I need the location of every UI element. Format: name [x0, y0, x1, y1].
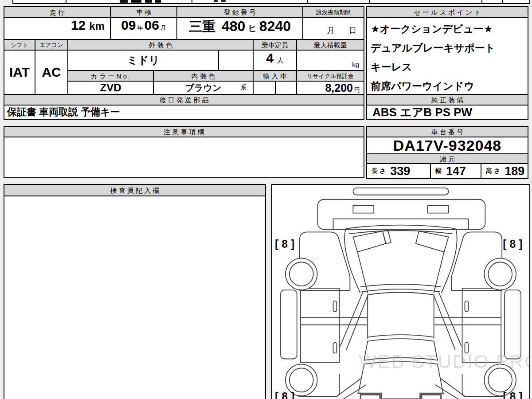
transfer-day-label: 日: [349, 25, 356, 35]
recycle-deposit-unit: 円: [354, 86, 360, 94]
notes-body: [4, 137, 364, 178]
inspector-header: 検 査 員 記 入 欄: [4, 184, 266, 196]
color-no-header-label: カ ラ ー N o .: [91, 73, 131, 79]
corner-mark-bottom-right: [ 8 ]: [503, 390, 522, 399]
wheel-rear-left-inner: [289, 368, 313, 392]
sales-point-line: デュアルブレーキサポート: [371, 39, 495, 58]
chassis-number-header-label: 車 台 番 号: [431, 129, 464, 135]
inspection-value-cell: 09 年 06 月: [110, 17, 177, 40]
height-label: 高 さ: [486, 167, 500, 175]
wheel-front-left-inner: [289, 262, 313, 286]
clipped-text-fragment: [145, 0, 152, 3]
mileage-header: 走 行: [4, 6, 111, 18]
sales-point-body: ★オークションデビュー★ デュアルブレーキサポート キーレス 前席パワーウインド…: [366, 17, 528, 95]
later-parts-header: 後 日 発 送 部 品: [4, 94, 364, 106]
capacity-header: 乗車定員: [253, 39, 297, 51]
width-cell: 幅 147: [430, 163, 481, 179]
rear-bumper-block-left: [360, 395, 380, 399]
windshield-pane-right: [416, 231, 449, 252]
windshield-top-edge: [346, 225, 455, 229]
clipped-text-fragment: [214, 0, 218, 2]
sales-point-line: ★オークションデビュー★: [371, 20, 493, 39]
width-label: 幅: [435, 167, 442, 175]
color-no-header: カ ラ ー N o .: [67, 70, 154, 82]
inspection-month-label: 月: [160, 24, 166, 32]
exterior-color-header: 外 装 色: [67, 39, 254, 51]
headlight-right: [428, 206, 449, 213]
genuine-equipment-value-cell: ABS エアB PS PW: [366, 105, 528, 120]
shift-header-label: シフト: [11, 42, 28, 48]
clipped-cell: [66, 0, 192, 4]
windshield-pane-left: [353, 231, 386, 252]
door-handle-left-upper: [333, 301, 337, 312]
sales-point-header: セ ー ル ス ポ イ ン ト: [366, 6, 528, 18]
clipped-text-fragment: [131, 0, 141, 3]
dimensions-header-label: 諸 元: [440, 156, 455, 162]
clipped-cell: [12, 0, 66, 4]
import-empty-cell-2: [275, 81, 297, 95]
transfer-deadline-label: 譲渡書類期限: [316, 9, 351, 15]
windshield-inner-edge: [349, 231, 452, 234]
corner-mark-bottom-left: [ 8 ]: [275, 390, 294, 399]
shift-value: IAT: [9, 65, 30, 80]
transfer-deadline-header: 譲渡書類期限: [302, 6, 364, 18]
capacity-unit: 人: [277, 56, 284, 65]
shift-value-cell: IAT: [4, 50, 35, 95]
cabin-mid-arc-1: [368, 335, 434, 337]
color-no-value-cell: ZVD: [67, 81, 154, 95]
mileage-header-label: 走 行: [50, 9, 65, 16]
interior-color-header-label: 内 装 色: [192, 73, 215, 79]
inspector-body: [4, 196, 266, 399]
height-cell: 高 さ 189: [481, 163, 528, 179]
inspection-header-label: 車 検: [136, 9, 151, 16]
length-label: 長 さ: [372, 167, 386, 175]
clipped-cell: [502, 0, 530, 4]
sales-point-line: 前席パワーウインドウ: [371, 77, 474, 96]
max-load-header-label: 最大積載量: [314, 42, 347, 48]
wheel-front-right-inner: [488, 262, 512, 286]
max-load-unit: kg: [352, 61, 359, 68]
front-bumper-strip: [353, 188, 448, 195]
inspection-year: 09: [121, 18, 136, 33]
cabin-mid-arc-2: [368, 339, 434, 341]
door-handle-left-lower: [333, 343, 337, 353]
capacity-header-label: 乗車定員: [262, 42, 288, 48]
genuine-equipment-header-label: 純 正 装 備: [431, 97, 464, 103]
corner-mark-top-left: [ 8 ]: [275, 238, 294, 250]
auction-sheet: 走 行 車 検 登 録 番 号 譲渡書類期限 12 km 09 年 06 月 三…: [0, 0, 532, 399]
genuine-equipment-value: ABS エアB PS PW: [372, 105, 472, 120]
max-load-header: 最大積載量: [296, 39, 364, 51]
recycle-deposit-header: リサイクル預託金: [296, 70, 364, 82]
import-header-label: 輸 入 車: [263, 73, 286, 79]
watermark-text: WEB STUDIO.PRO: [359, 351, 529, 372]
inspection-header: 車 検: [110, 6, 177, 18]
registration-value-cell: 三重 480 ヒ 8240: [176, 17, 303, 40]
registration-header-label: 登 録 番 号: [224, 9, 256, 16]
clipped-text-fragment: [221, 0, 226, 2]
aircon-header-label: エアコン: [39, 42, 63, 48]
cabin-top-arc: [368, 293, 434, 295]
interior-color-value: ブラウン: [185, 82, 222, 94]
capacity-value-cell: 4 人: [253, 50, 297, 71]
clipped-cell: [307, 0, 370, 4]
color-no-value: ZVD: [100, 82, 121, 94]
recycle-deposit-value: 8,200: [325, 82, 353, 94]
chassis-number-value-cell: DA17V-932048: [366, 137, 528, 154]
shift-header: シフト: [4, 39, 35, 51]
vehicle-diagram: [ 8 ] [ 8 ] [ 8 ] [ 8 ] WEB STUDIO.PRO: [272, 185, 529, 399]
mileage-unit: km: [89, 20, 105, 32]
mileage-value: 12: [71, 18, 86, 33]
height-value: 189: [505, 164, 524, 178]
transfer-deadline-value-cell: 月 日: [302, 17, 364, 40]
exterior-color-header-label: 外 装 色: [149, 42, 172, 48]
sill-right: [505, 290, 521, 359]
clipped-cell: [481, 0, 503, 4]
dash-arc-2: [362, 289, 439, 292]
clipped-text-fragment: [155, 0, 161, 3]
notes-header-label: 注 意 事 項 欄: [164, 129, 204, 135]
interior-color-header: 内 装 色: [153, 70, 254, 82]
import-empty-cell-1: [253, 81, 276, 95]
recycle-deposit-value-cell: 8,200 円: [296, 81, 364, 95]
pillar-diagonal-left-lower: [336, 379, 366, 399]
corner-mark-top-right: [ 8 ]: [503, 238, 522, 250]
